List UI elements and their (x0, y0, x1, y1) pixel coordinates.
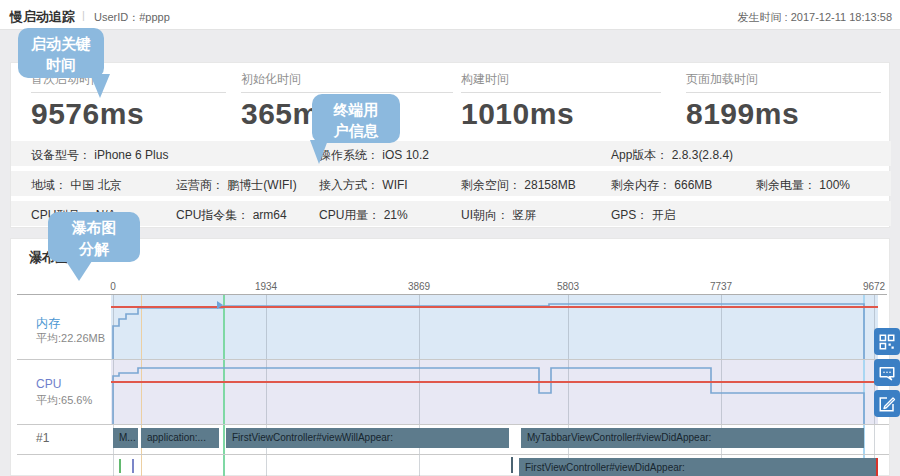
mini-event-tick-dark (511, 457, 513, 473)
axis-tick-2: 3869 (389, 281, 449, 292)
mini-event-tick-blue (132, 459, 134, 473)
metric-build-time: 构建时间 1010ms (461, 71, 661, 131)
ui-orientation-label: UI朝向： 竖屏 (461, 207, 536, 224)
device-info-row-3: CPU型号： N/A CPU指令集： arm64 CPU用量： 21% UI朝向… (11, 201, 891, 226)
axis-tick-1: 1934 (236, 281, 296, 292)
memory-step-chart (111, 295, 878, 359)
gps-label: GPS： 开启 (611, 207, 676, 224)
tooltip-arrow-icon (310, 140, 328, 164)
edit-button[interactable] (874, 390, 900, 417)
metric-page-load-time: 页面加载时间 8199ms (686, 71, 881, 131)
waterfall-row-number: #1 (36, 431, 49, 445)
tooltip-waterfall-breakdown: 瀑布图 分解 (48, 212, 140, 262)
launch-summary-card: 首次启动时间 9576ms 初始化时间 365ms 构建时间 1010ms 页面… (10, 62, 890, 228)
carrier-label: 运营商： 鹏博士(WIFI) (176, 177, 297, 194)
qr-code-icon (878, 333, 896, 351)
feedback-button[interactable] (874, 359, 900, 386)
tooltip-text: 启动关键 (31, 35, 91, 52)
edit-pencil-icon (878, 395, 896, 413)
header-divider: | (82, 9, 85, 21)
os-label: 操作系统： iOS 10.2 (319, 147, 429, 164)
cpu-series-label: CPU (36, 377, 61, 391)
memory-average-label: 平均:22.26MB (36, 331, 105, 346)
cpu-usage-label: CPU用量： 21% (319, 207, 408, 224)
axis-tick-5: 9672 (844, 281, 900, 292)
metric-underline (461, 92, 661, 93)
cpu-average-label: 平均:65.6% (36, 393, 92, 408)
row-separator (17, 424, 889, 425)
device-info-row-2: 地域： 中国 北京 运营商： 鹏博士(WIFI) 接入方式： WIFI 剩余空间… (11, 171, 891, 196)
tooltip-terminal-user-info: 终端用 户信息 (312, 94, 400, 143)
battery-label: 剩余电量： 100% (756, 177, 850, 194)
page-title: 慢启动追踪 (10, 8, 75, 26)
device-info-row-1: 设备型号： iPhone 6 Plus 操作系统： iOS 10.2 App版本… (11, 141, 891, 166)
waterfall-bar[interactable]: application:... (141, 428, 219, 448)
tooltip-text: 瀑布图 (72, 219, 117, 236)
top-header-bar: 慢启动追踪 | UserID：#pppp 发生时间 : 2017-12-11 1… (0, 0, 900, 30)
user-id-label: UserID：#pppp (94, 10, 170, 25)
cpu-step-chart (111, 359, 878, 424)
waterfall-bar[interactable]: FirstViewController#viewDidAppear: (519, 458, 878, 476)
tooltip-text: 终端用 (334, 101, 379, 118)
mini-event-tick-green (119, 459, 121, 473)
metric-underline (241, 92, 453, 93)
waterfall-bar[interactable]: M... (113, 428, 138, 448)
metric-value: 9576ms (31, 97, 226, 131)
tooltip-text: 户信息 (334, 122, 379, 139)
metric-underline (31, 92, 226, 93)
slow-launch-trace-page: { "header": { "title": "慢启动追踪", "divider… (0, 0, 900, 476)
metric-underline (686, 92, 881, 93)
axis-tick-4: 7737 (691, 281, 751, 292)
axis-tick-0: 0 (83, 281, 143, 292)
device-model-label: 设备型号： iPhone 6 Plus (31, 147, 168, 164)
app-version-label: App版本： 2.8.3(2.8.4) (611, 147, 733, 164)
metric-label: 页面加载时间 (686, 71, 881, 88)
memory-peak-marker-icon (217, 301, 223, 309)
network-type-label: 接入方式： WIFI (319, 177, 408, 194)
free-space-label: 剩余空间： 28158MB (461, 177, 576, 194)
qr-button[interactable] (874, 328, 900, 355)
waterfall-card: 瀑布图 0 1934 3869 5803 7737 9672 内存 平均:22.… (10, 238, 890, 476)
tooltip-text: 时间 (46, 56, 76, 73)
cpu-arch-label: CPU指令集： arm64 (176, 207, 287, 224)
row-separator (17, 359, 889, 360)
free-memory-label: 剩余内存： 666MB (611, 177, 712, 194)
memory-series-label: 内存 (36, 315, 60, 332)
occur-time-label: 发生时间 : 2017-12-11 18:13:58 (738, 10, 893, 25)
metric-value: 8199ms (686, 97, 881, 131)
waterfall-bar[interactable]: FirstViewController#viewWillAppear: (226, 428, 509, 448)
chat-bubble-icon (878, 364, 896, 382)
waterfall-bar[interactable]: MyTabbarViewController#viewDidAppear: (521, 428, 864, 448)
region-label: 地域： 中国 北京 (31, 177, 122, 194)
metric-label: 初始化时间 (241, 71, 453, 88)
row-separator (17, 454, 889, 455)
axis-tick-3: 5803 (538, 281, 598, 292)
metric-first-launch: 首次启动时间 9576ms (31, 71, 226, 131)
tooltip-launch-key-time: 启动关键 时间 (18, 28, 104, 78)
tooltip-text: 分解 (79, 240, 109, 257)
metric-value: 1010ms (461, 97, 661, 131)
metric-label: 构建时间 (461, 71, 661, 88)
